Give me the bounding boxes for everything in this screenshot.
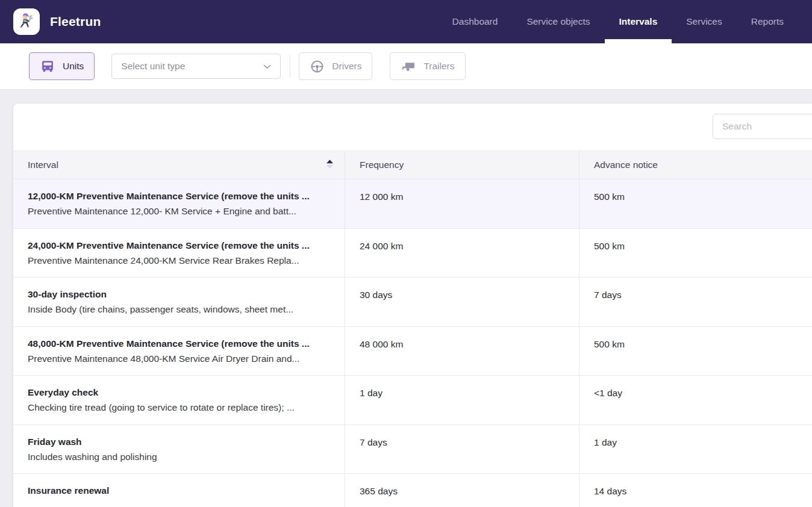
interval-subtitle: Preventive Maintenance 12,000- KM Servic…	[28, 204, 330, 219]
frequency-value: 48 000 km	[360, 336, 564, 352]
interval-cell: 48,000-KM Preventive Maintenance Service…	[13, 327, 345, 376]
column-header-label: Interval	[28, 160, 58, 170]
frequency-cell: 48 000 km	[345, 327, 579, 376]
table-row[interactable]: Everyday check Checking tire tread (goin…	[13, 375, 812, 425]
frequency-value: 1 day	[360, 385, 564, 400]
column-header-frequency[interactable]: Frequency	[345, 151, 579, 179]
advance-notice-value: 500 km	[594, 238, 798, 254]
table-row[interactable]: Insurance renewal 365 days 14 days	[13, 473, 812, 507]
nav-label: Dashboard	[452, 16, 498, 27]
interval-cell: Friday wash Includes washing and polishi…	[13, 425, 345, 474]
interval-title: Insurance renewal	[28, 483, 330, 498]
nav-item-dashboard[interactable]: Dashboard	[438, 0, 513, 43]
interval-subtitle: Inside Body (tire chains, passenger seat…	[28, 302, 330, 317]
table-header-row: Interval Frequency Advance notice	[13, 151, 812, 179]
frequency-value: 7 days	[360, 434, 564, 450]
interval-cell: 24,000-KM Preventive Maintenance Service…	[13, 229, 345, 278]
advance-notice-cell: 7 days	[579, 278, 812, 326]
filter-toolbar: Units Select unit type Drivers	[0, 43, 812, 89]
interval-subtitle: Preventive Maintenance 24,000-KM Service…	[28, 253, 330, 268]
frequency-value: 12 000 km	[360, 188, 564, 204]
interval-subtitle: Preventive Maintenance 48,000-KM Service…	[28, 351, 330, 366]
nav-item-intervals[interactable]: Intervals	[605, 0, 672, 43]
interval-cell: 30-day inspection Inside Body (tire chai…	[13, 278, 345, 326]
interval-title: Friday wash	[28, 434, 330, 449]
unit-type-select[interactable]: Select unit type	[111, 54, 281, 79]
table-body: 12,000-KM Preventive Maintenance Service…	[13, 179, 812, 507]
chevron-down-icon	[263, 61, 271, 72]
nav-label: Reports	[751, 16, 784, 27]
fleetrun-logo[interactable]	[13, 8, 40, 35]
card-top-bar	[13, 104, 812, 151]
frequency-cell: 12 000 km	[345, 179, 579, 228]
units-button-label: Units	[63, 61, 84, 72]
interval-title: 24,000-KM Preventive Maintenance Service…	[28, 238, 330, 253]
trailer-icon	[401, 58, 416, 74]
units-button[interactable]: Units	[29, 52, 95, 80]
advance-notice-value: 14 days	[594, 483, 798, 499]
interval-subtitle: Checking tire tread (going to service to…	[28, 400, 330, 415]
column-header-interval[interactable]: Interval	[13, 151, 345, 179]
frequency-cell: 365 days	[345, 474, 579, 507]
nav-label: Intervals	[619, 16, 658, 27]
search-input[interactable]	[713, 114, 812, 139]
unit-vehicle-icon	[40, 58, 55, 74]
advance-notice-cell: 14 days	[579, 474, 812, 507]
frequency-value: 24 000 km	[360, 238, 564, 254]
table-row[interactable]: 30-day inspection Inside Body (tire chai…	[13, 277, 812, 326]
advance-notice-value: 7 days	[594, 287, 798, 302]
advance-notice-cell: <1 day	[579, 376, 812, 425]
column-header-label: Advance notice	[594, 160, 658, 170]
interval-cell: 12,000-KM Preventive Maintenance Service…	[13, 179, 345, 228]
toolbar-divider	[290, 55, 290, 78]
table-row[interactable]: Friday wash Includes washing and polishi…	[13, 425, 812, 474]
trailers-button[interactable]: Trailers	[390, 52, 465, 80]
column-header-advance-notice[interactable]: Advance notice	[579, 151, 812, 179]
mechanic-mascot-icon	[16, 10, 37, 33]
interval-cell: Insurance renewal	[13, 474, 345, 507]
table-row[interactable]: 48,000-KM Preventive Maintenance Service…	[13, 326, 812, 376]
advance-notice-cell: 500 km	[579, 327, 812, 376]
frequency-cell: 30 days	[345, 278, 579, 326]
frequency-value: 365 days	[360, 483, 564, 499]
frequency-cell: 7 days	[345, 425, 579, 474]
intervals-card: Interval Frequency Advance notice 12,000…	[13, 104, 812, 507]
advance-notice-value: 1 day	[594, 434, 798, 450]
interval-title: 30-day inspection	[28, 287, 330, 302]
advance-notice-cell: 500 km	[579, 229, 812, 278]
unit-type-placeholder: Select unit type	[121, 61, 263, 72]
drivers-button-label: Drivers	[332, 61, 361, 72]
interval-title: Everyday check	[28, 385, 330, 400]
frequency-cell: 1 day	[345, 376, 579, 425]
advance-notice-value: <1 day	[594, 385, 798, 400]
nav-item-services[interactable]: Services	[672, 0, 736, 43]
advance-notice-value: 500 km	[594, 188, 798, 204]
advance-notice-cell: 1 day	[579, 425, 812, 474]
app-header: Fleetrun Dashboard Service objects Inter…	[0, 0, 812, 43]
interval-subtitle: Includes washing and polishing	[28, 449, 330, 464]
brand-title: Fleetrun	[50, 14, 101, 29]
nav-item-reports[interactable]: Reports	[737, 0, 798, 43]
frequency-value: 30 days	[360, 287, 564, 302]
nav-label: Service objects	[526, 16, 590, 27]
advance-notice-cell: 500 km	[579, 179, 812, 228]
advance-notice-value: 500 km	[594, 336, 798, 352]
frequency-cell: 24 000 km	[345, 229, 579, 278]
table-row[interactable]: 12,000-KM Preventive Maintenance Service…	[13, 179, 812, 228]
nav-item-service-objects[interactable]: Service objects	[512, 0, 604, 43]
column-header-label: Frequency	[360, 160, 404, 170]
drivers-button[interactable]: Drivers	[299, 52, 372, 80]
interval-cell: Everyday check Checking tire tread (goin…	[13, 376, 345, 425]
interval-title: 48,000-KM Preventive Maintenance Service…	[28, 336, 330, 351]
trailers-button-label: Trailers	[423, 61, 454, 72]
main-nav: Dashboard Service objects Intervals Serv…	[438, 0, 798, 43]
interval-title: 12,000-KM Preventive Maintenance Service…	[28, 188, 330, 204]
nav-label: Services	[686, 16, 722, 27]
sort-ascending-icon	[326, 159, 334, 172]
table-row[interactable]: 24,000-KM Preventive Maintenance Service…	[13, 228, 812, 278]
steering-wheel-icon	[310, 59, 325, 74]
